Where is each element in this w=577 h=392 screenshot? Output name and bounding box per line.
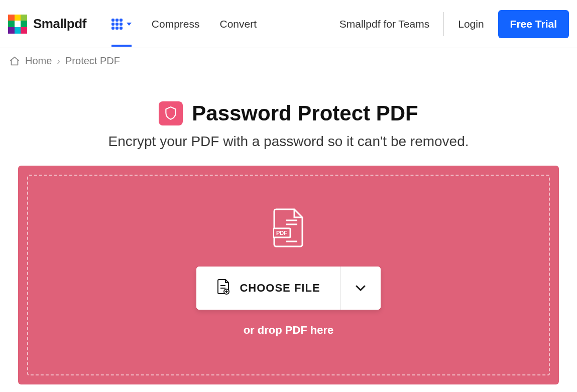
page-hero: Password Protect PDF Encrypt your PDF wi… [0,101,577,150]
breadcrumb-sep: › [57,55,60,67]
choose-file-button[interactable]: CHOOSE FILE [196,267,340,310]
brand-name: Smallpdf [33,16,86,32]
tools-menu-button[interactable] [111,2,132,47]
home-icon[interactable] [9,56,20,67]
breadcrumb-home[interactable]: Home [25,55,52,67]
choose-file-row: CHOOSE FILE [196,267,380,310]
pdf-file-icon: PDF [273,208,304,249]
document-add-icon [216,279,230,298]
breadcrumb: Home › Protect PDF [0,48,577,74]
hero-title-row: Password Protect PDF [0,101,577,125]
upload-area: PDF CHOOSE FILE [18,166,559,384]
nav-teams[interactable]: Smallpdf for Teams [339,18,429,30]
nav-convert[interactable]: Convert [220,1,257,47]
brand-logo[interactable]: Smallpdf [8,15,86,34]
free-trial-button[interactable]: Free Trial [498,10,569,38]
brand-logo-icon [8,15,27,34]
choose-file-label: CHOOSE FILE [240,282,320,295]
chevron-down-icon [356,285,366,291]
page-subtitle: Encrypt your PDF with a password so it c… [0,134,577,150]
shield-icon [159,101,183,125]
grid-icon [111,19,123,30]
page-title: Password Protect PDF [192,101,418,125]
header-right: Smallpdf for Teams Login Free Trial [339,10,569,38]
breadcrumb-current: Protect PDF [65,55,120,67]
divider [443,12,444,36]
dropzone[interactable]: PDF CHOOSE FILE [27,175,550,375]
main-nav: Compress Convert [111,1,257,47]
choose-file-dropdown[interactable] [340,267,381,310]
pdf-badge-text: PDF [276,230,287,236]
login-link[interactable]: Login [458,18,484,30]
app-header: Smallpdf Compress Convert Smallpdf for T… [0,0,577,48]
drop-hint-text: or drop PDF here [244,324,334,337]
nav-compress[interactable]: Compress [152,1,200,47]
chevron-down-icon [127,23,132,26]
